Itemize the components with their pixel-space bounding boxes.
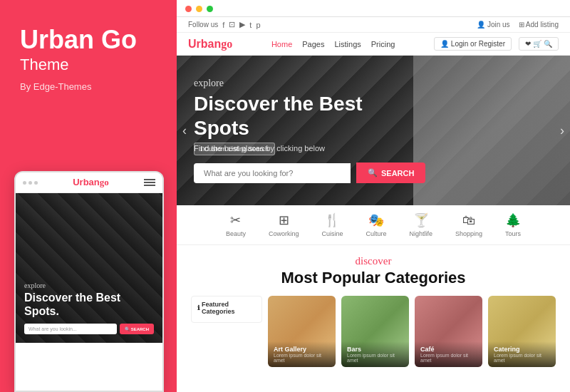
art-gallery-overlay: Art Gallery Lorem ipsum dolor sit amet (268, 341, 336, 367)
mobile-search-button[interactable]: 🔍 SEARCH (120, 324, 154, 334)
art-gallery-desc: Lorem ipsum dolor sit amet (274, 353, 330, 363)
category-nightlife[interactable]: 🍸 Nightlife (410, 212, 433, 237)
hero-search-input[interactable] (194, 163, 351, 183)
hero-arrow-left[interactable]: ‹ (182, 123, 187, 138)
add-listing-link[interactable]: ⊞ Add listing (519, 21, 559, 29)
site-logo: Urbango (188, 38, 232, 51)
login-icon: 👤 (440, 40, 449, 48)
catering-overlay: Catering Lorem ipsum dolor sit amet (488, 341, 556, 367)
brand-name: Urban Go (20, 26, 157, 54)
shopping-label: Shopping (455, 230, 482, 237)
popular-header: discover Most Popular Categories (191, 255, 556, 287)
dot-1 (23, 181, 26, 185)
search-button-label: SEARCH (381, 169, 414, 177)
browser-dot-minimize[interactable] (196, 6, 202, 12)
category-icons-row: ✂ Beauty ⊞ Coworking 🍴 Cuisine 🎭 Culture… (177, 205, 570, 245)
tours-label: Tours (505, 230, 521, 237)
badge-text: Custom Listing Search (204, 145, 269, 153)
coworking-label: Coworking (269, 230, 299, 237)
category-coworking[interactable]: ⊞ Coworking (269, 212, 299, 237)
card-art-gallery[interactable]: Art Gallery Lorem ipsum dolor sit amet (268, 296, 336, 367)
brand-subtitle: Theme (20, 56, 157, 74)
social-tw-icon[interactable]: t (249, 21, 252, 29)
beauty-label: Beauty (226, 230, 246, 237)
join-us-label: Join us (487, 21, 510, 29)
brand-title: Urban Go Theme (20, 26, 157, 74)
dot-3 (34, 181, 38, 185)
social-yt-icon[interactable]: ▶ (239, 20, 245, 29)
site-header: Urbango Home Pages Listings Pricing 👤 Lo… (177, 33, 570, 56)
mobile-search-bar: What are you lookin... 🔍 SEARCH (24, 324, 154, 334)
coworking-icon: ⊞ (279, 212, 289, 228)
category-tours[interactable]: 🌲 Tours (505, 212, 521, 237)
beauty-icon: ✂ (230, 212, 241, 228)
right-panel: Follow us f ⊡ ▶ t p 👤 Join us ⊞ Add list… (177, 0, 570, 392)
catering-desc: Lorem ipsum dolor sit amet (494, 353, 550, 363)
card-catering[interactable]: Catering Lorem ipsum dolor sit amet (488, 296, 556, 367)
popular-discover-text: discover (191, 255, 556, 267)
mobile-explore-text: explore (24, 282, 154, 289)
nav-item-home[interactable]: Home (271, 40, 292, 48)
category-culture[interactable]: 🎭 Culture (366, 212, 386, 237)
cafe-desc: Lorem ipsum dolor sit amet (420, 353, 477, 363)
card-bars[interactable]: Bars Lorem ipsum dolor sit amet (341, 296, 409, 367)
popular-section: discover Most Popular Categories ℹ Featu… (177, 245, 570, 374)
nav-item-pages[interactable]: Pages (302, 40, 324, 48)
mobile-search-input[interactable]: What are you lookin... (24, 324, 117, 334)
cafe-overlay: Café Lorem ipsum dolor sit amet (415, 341, 482, 367)
category-cuisine[interactable]: 🍴 Cuisine (321, 212, 343, 237)
mobile-logo-accent: go (100, 177, 109, 187)
featured-label: Featured Categories (202, 301, 256, 315)
culture-label: Culture (366, 230, 386, 237)
add-listing-button[interactable]: ❤ 🛒 🔍 (519, 37, 559, 51)
cart-icon: 🛒 (533, 40, 542, 48)
mobile-window-dots (23, 181, 38, 185)
cafe-name: Café (420, 346, 477, 353)
hero-search-button[interactable]: 🔍 SEARCH (356, 163, 425, 183)
nightlife-icon: 🍸 (413, 212, 429, 228)
bars-desc: Lorem ipsum dolor sit amet (347, 353, 403, 363)
header-actions: 👤 Login or Register ❤ 🛒 🔍 (434, 37, 559, 51)
social-p-icon[interactable]: p (256, 21, 260, 29)
add-listing-label: Add listing (526, 21, 559, 29)
social-f-icon[interactable]: f (222, 21, 224, 29)
hero-title: Discover the Best Spots (194, 92, 422, 140)
category-shopping[interactable]: 🛍 Shopping (455, 213, 482, 237)
mobile-search-label: SEARCH (131, 327, 149, 331)
custom-listing-badge: ℹ Custom Listing Search (194, 143, 275, 155)
dot-2 (28, 181, 32, 185)
nav-item-listings[interactable]: Listings (334, 40, 361, 48)
cuisine-label: Cuisine (321, 230, 343, 237)
site-topbar: Follow us f ⊡ ▶ t p 👤 Join us ⊞ Add list… (177, 17, 570, 33)
mobile-menu-icon[interactable] (144, 179, 155, 186)
mobile-logo: Urbango (73, 177, 109, 188)
mobile-topbar: Urbango (16, 172, 162, 193)
browser-dot-maximize[interactable] (207, 6, 213, 12)
login-label: Login or Register (451, 40, 505, 48)
featured-sidebar: ℹ Featured Categories (191, 296, 262, 323)
search-icon: 🔍 (544, 40, 552, 48)
featured-sidebar-title: ℹ Featured Categories (197, 301, 256, 315)
hero-search-row: 🔍 SEARCH (194, 163, 553, 183)
category-beauty[interactable]: ✂ Beauty (226, 212, 246, 237)
art-gallery-name: Art Gallery (274, 346, 330, 353)
card-cafe[interactable]: Café Lorem ipsum dolor sit amet (415, 296, 482, 367)
info-icon: ℹ (197, 304, 200, 311)
culture-icon: 🎭 (368, 212, 384, 228)
cuisine-icon: 🍴 (324, 212, 340, 228)
nav-item-pricing[interactable]: Pricing (371, 40, 395, 48)
login-button[interactable]: 👤 Login or Register (434, 37, 512, 51)
site-nav: Home Pages Listings Pricing (271, 40, 395, 48)
join-us-link[interactable]: 👤 Join us (477, 21, 509, 29)
browser-dot-close[interactable] (185, 6, 192, 12)
follow-us-label: Follow us (188, 21, 218, 29)
catering-name: Catering (494, 346, 550, 353)
site-hero: ‹ explore Discover the Best Spots Find t… (177, 56, 570, 205)
mobile-mockup: Urbango explore Discover the Best Spots.… (14, 171, 164, 392)
logo-text: Urban (188, 38, 221, 50)
plus-icon: ⊞ (519, 21, 524, 29)
social-ig-icon[interactable]: ⊡ (229, 20, 235, 29)
user-icon: 👤 (477, 21, 485, 29)
hero-arrow-right[interactable]: › (560, 123, 564, 138)
shopping-icon: 🛍 (462, 213, 475, 228)
